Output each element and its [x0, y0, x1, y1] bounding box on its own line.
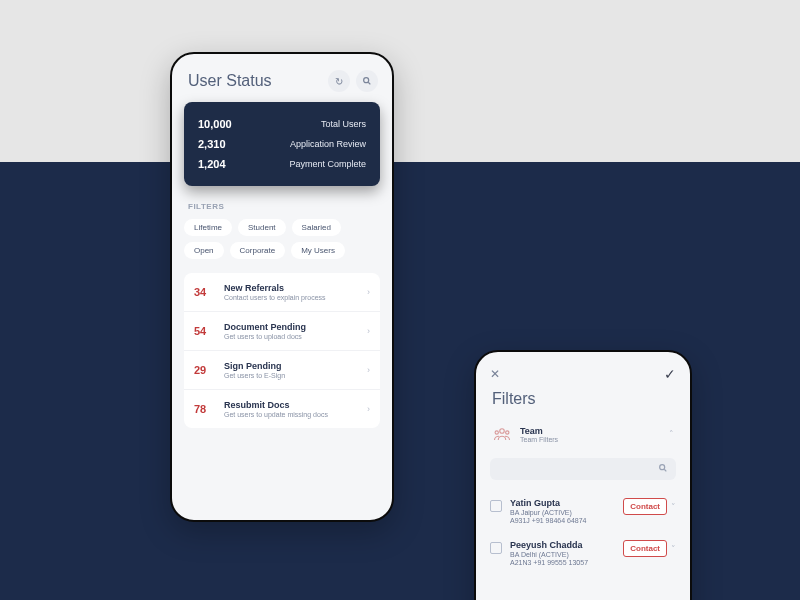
stat-value: 1,204	[198, 158, 226, 170]
task-count: 29	[194, 364, 218, 376]
person-name: Yatin Gupta	[510, 498, 615, 508]
task-sub: Get users to update missing docs	[224, 411, 367, 418]
svg-point-5	[660, 465, 665, 470]
task-row[interactable]: 29 Sign Pending Get users to E-Sign ›	[184, 351, 380, 390]
filter-chip[interactable]: My Users	[291, 242, 345, 259]
person-meta: BA Jaipur (ACTIVE)	[510, 509, 615, 516]
chevron-right-icon: ›	[367, 287, 370, 297]
person-info: Yatin Gupta BA Jaipur (ACTIVE) A931J +91…	[510, 498, 615, 524]
stat-label: Application Review	[290, 139, 366, 149]
team-text: Team Team Filters	[520, 426, 661, 443]
search-icon	[658, 463, 668, 475]
confirm-icon[interactable]: ✓	[664, 366, 676, 382]
team-sub: Team Filters	[520, 436, 661, 443]
stat-value: 10,000	[198, 118, 232, 130]
chevron-right-icon: ›	[367, 365, 370, 375]
filter-chips: Lifetime Student Salaried Open Corporate…	[172, 219, 392, 259]
search-input[interactable]	[490, 458, 676, 480]
task-sub: Get users to upload docs	[224, 333, 367, 340]
stat-value: 2,310	[198, 138, 226, 150]
stat-row: 10,000 Total Users	[198, 114, 366, 134]
person-meta: BA Delhi (ACTIVE)	[510, 551, 615, 558]
team-title: Team	[520, 426, 661, 436]
task-row[interactable]: 34 New Referrals Contact users to explai…	[184, 273, 380, 312]
refresh-icon[interactable]: ↻	[328, 70, 350, 92]
checkbox[interactable]	[490, 500, 502, 512]
person-meta: A931J +91 98464 64874	[510, 517, 615, 524]
filter-chip[interactable]: Lifetime	[184, 219, 232, 236]
team-icon	[492, 424, 512, 444]
task-title: Sign Pending	[224, 361, 367, 371]
svg-point-2	[500, 429, 505, 434]
svg-point-3	[495, 431, 498, 434]
task-title: New Referrals	[224, 283, 367, 293]
contact-button[interactable]: Contact	[623, 540, 667, 557]
filter-chip[interactable]: Corporate	[230, 242, 286, 259]
header-actions: ↻	[328, 70, 378, 92]
task-text: Resubmit Docs Get users to update missin…	[218, 400, 367, 418]
page-title: User Status	[188, 72, 272, 90]
task-title: Document Pending	[224, 322, 367, 332]
user-status-screen: User Status ↻ 10,000 Total Users 2,310 A…	[170, 52, 394, 522]
chevron-right-icon: ›	[367, 404, 370, 414]
chevron-down-icon[interactable]: ˅	[671, 544, 676, 554]
person-actions: Contact ˅	[623, 498, 676, 515]
svg-line-1	[368, 82, 370, 84]
task-sub: Get users to E-Sign	[224, 372, 367, 379]
filters-heading: FILTERS	[172, 186, 392, 219]
chevron-up-icon: ˄	[669, 429, 674, 439]
stat-row: 1,204 Payment Complete	[198, 154, 366, 174]
person-actions: Contact ˅	[623, 540, 676, 557]
task-row[interactable]: 54 Document Pending Get users to upload …	[184, 312, 380, 351]
contact-button[interactable]: Contact	[623, 498, 667, 515]
task-row[interactable]: 78 Resubmit Docs Get users to update mis…	[184, 390, 380, 428]
close-icon[interactable]: ✕	[490, 367, 500, 381]
task-text: New Referrals Contact users to explain p…	[218, 283, 367, 301]
person-row: Peeyush Chadda BA Delhi (ACTIVE) A21N3 +…	[476, 532, 690, 574]
checkbox[interactable]	[490, 542, 502, 554]
filter-chip[interactable]: Student	[238, 219, 286, 236]
task-title: Resubmit Docs	[224, 400, 367, 410]
stats-card: 10,000 Total Users 2,310 Application Rev…	[184, 102, 380, 186]
page-title: Filters	[476, 386, 690, 418]
task-count: 34	[194, 286, 218, 298]
header: User Status ↻	[172, 54, 392, 102]
task-count: 78	[194, 403, 218, 415]
chevron-right-icon: ›	[367, 326, 370, 336]
task-text: Sign Pending Get users to E-Sign	[218, 361, 367, 379]
stat-row: 2,310 Application Review	[198, 134, 366, 154]
task-count: 54	[194, 325, 218, 337]
chevron-down-icon[interactable]: ˅	[671, 502, 676, 512]
filter-chip[interactable]: Salaried	[292, 219, 341, 236]
task-list: 34 New Referrals Contact users to explai…	[184, 273, 380, 428]
person-meta: A21N3 +91 99555 13057	[510, 559, 615, 566]
svg-point-4	[506, 431, 509, 434]
stat-label: Payment Complete	[289, 159, 366, 169]
svg-line-6	[664, 469, 666, 471]
filter-chip[interactable]: Open	[184, 242, 224, 259]
stat-label: Total Users	[321, 119, 366, 129]
team-filter-row[interactable]: Team Team Filters ˄	[476, 418, 690, 454]
header: ✕ ✓	[476, 352, 690, 386]
task-sub: Contact users to explain process	[224, 294, 367, 301]
person-info: Peeyush Chadda BA Delhi (ACTIVE) A21N3 +…	[510, 540, 615, 566]
filters-screen: ✕ ✓ Filters Team Team Filters ˄ Yatin Gu…	[474, 350, 692, 600]
search-icon[interactable]	[356, 70, 378, 92]
person-name: Peeyush Chadda	[510, 540, 615, 550]
task-text: Document Pending Get users to upload doc…	[218, 322, 367, 340]
svg-point-0	[364, 78, 369, 83]
person-row: Yatin Gupta BA Jaipur (ACTIVE) A931J +91…	[476, 490, 690, 532]
